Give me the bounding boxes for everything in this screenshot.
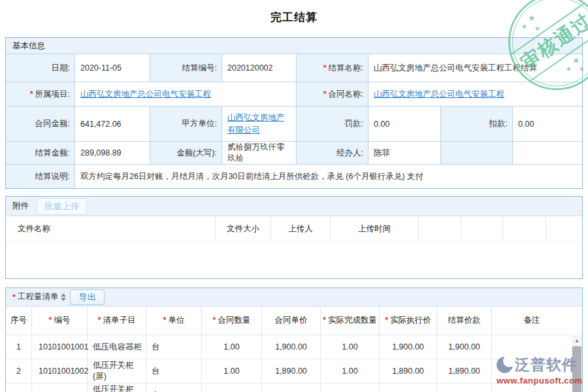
col-actual-qty: *实际完成数量 bbox=[321, 306, 380, 335]
scroll-up-icon[interactable]: ▲ bbox=[572, 335, 582, 346]
sort-icon[interactable] bbox=[61, 293, 66, 301]
penalty-value: 0.00 bbox=[368, 106, 440, 141]
settlement-name-value: 山西弘文房地产总公司电气安装工程工程结算 bbox=[368, 54, 582, 82]
cell-contract-qty: 1.00 bbox=[202, 359, 262, 384]
project-label-cell: *所属项目: bbox=[6, 82, 74, 106]
col-actual-price: *实际执行价 bbox=[380, 306, 437, 335]
required-marker: * bbox=[213, 316, 216, 325]
note-label-cell: 结算说明: bbox=[6, 164, 74, 188]
contract-amount-label-cell: 合同金额: bbox=[6, 106, 74, 141]
cell-contract-qty: 1.00 bbox=[202, 384, 262, 392]
col-file-size: 文件大小 bbox=[216, 216, 271, 242]
cell-code: 10101001003 bbox=[32, 384, 88, 392]
boq-data-row: 1 10101001001 低压电容器柜 台 1.00 1,900.00 1.0… bbox=[6, 335, 572, 359]
boq-data-row: 2 10101001002 低压开关柜(屏) 台 1.00 1,890.00 1… bbox=[6, 359, 572, 384]
deduction-value: 0.00 bbox=[512, 106, 582, 141]
cell-seq: 1 bbox=[6, 335, 32, 359]
cell-actual-price: 1,890.00 bbox=[380, 359, 437, 384]
cell-unit: 台 bbox=[146, 359, 202, 384]
contract-label-cell: *合同名称: bbox=[296, 82, 368, 106]
cell-contract-qty: 1.00 bbox=[202, 335, 262, 359]
attachments-panel: 附件 批量上传 文件名称 文件大小 上传人 上传时间 bbox=[5, 196, 583, 279]
vendor-brand: 泛普软件 bbox=[515, 355, 578, 375]
col-contract-qty: *合同数量 bbox=[202, 306, 262, 335]
contract-value-cell: 山西弘文房地产总公司电气安装工程 bbox=[368, 82, 582, 106]
operator-value: 陈菲 bbox=[368, 141, 440, 164]
cell-item: 低压开关柜(屏) bbox=[88, 384, 146, 392]
settlement-no-value: 2020120002 bbox=[221, 54, 296, 82]
cell-item: 低压开关柜(屏) bbox=[88, 359, 146, 384]
project-value-cell: 山西弘文房地产总公司电气安装工程 bbox=[74, 82, 296, 106]
vendor-url: www.fanpusoft.com bbox=[497, 376, 583, 385]
amount-in-words-label-cell: 金额(大写): bbox=[150, 141, 221, 164]
cell-contract-price: 1,899.00 bbox=[262, 384, 321, 392]
cell-unit: 台 bbox=[146, 384, 202, 392]
cell-settle-amount: 1,899.00 bbox=[437, 384, 492, 392]
date-value: 2020-11-05 bbox=[74, 54, 150, 82]
attachments-header-row: 文件名称 文件大小 上传人 上传时间 bbox=[6, 216, 582, 242]
vendor-watermark: 泛普软件 www.fanpusoft.com bbox=[497, 355, 583, 385]
cell-settle-amount: 1,900.00 bbox=[437, 335, 492, 359]
basic-info-form: 日期: 2020-11-05 结算编号: 2020120002 *结算名称: 山… bbox=[6, 54, 582, 188]
required-marker: * bbox=[30, 90, 33, 99]
cell-unit: 台 bbox=[146, 335, 202, 359]
col-empty bbox=[546, 216, 582, 242]
basic-info-panel: 基本信息 日期: 2020-11-05 结算编号: 2020120002 *结算… bbox=[5, 37, 583, 189]
settlement-name-label-cell: *结算名称: bbox=[296, 54, 368, 82]
required-marker: * bbox=[12, 293, 16, 302]
col-item: *清单子目 bbox=[88, 306, 146, 335]
cell-code: 10101001002 bbox=[32, 359, 88, 384]
required-marker: * bbox=[49, 316, 52, 325]
party-a-value-cell: 山西弘文房地产有限公司 bbox=[221, 106, 296, 141]
cell-seq: 2 bbox=[6, 359, 32, 384]
col-unit: *单位 bbox=[146, 306, 202, 335]
settlement-amount-label-cell: 结算金额: bbox=[6, 141, 74, 164]
export-button[interactable]: 导出 bbox=[70, 289, 105, 305]
col-settle-amount: 结算价款 bbox=[437, 306, 492, 335]
cell-actual-qty: 1.00 bbox=[321, 384, 380, 392]
page-title: 完工结算 bbox=[0, 10, 588, 25]
operator-label-cell: 经办人: bbox=[296, 141, 368, 164]
attachments-empty-area bbox=[6, 242, 582, 278]
settlement-amount-value: 289,098.89 bbox=[74, 141, 150, 164]
required-marker: * bbox=[385, 316, 388, 325]
required-marker: * bbox=[323, 316, 326, 325]
required-marker: * bbox=[323, 90, 327, 99]
cell-actual-price: 1,899.00 bbox=[380, 384, 437, 392]
required-marker: * bbox=[98, 316, 101, 325]
boq-table: 序号 *编号 *清单子目 *单位 *合同数量 合同单价 *实际完成数量 *实际执… bbox=[6, 306, 572, 392]
cell-code: 10101001001 bbox=[32, 335, 88, 359]
cell-settle-amount: 1,890.00 bbox=[437, 359, 492, 384]
deduction-label-cell: 扣款: bbox=[440, 106, 512, 141]
empty-label-cell bbox=[440, 141, 512, 164]
cell-seq: 3 bbox=[6, 384, 32, 392]
batch-upload-button[interactable]: 批量上传 bbox=[37, 198, 87, 215]
vendor-logo-icon bbox=[497, 357, 513, 373]
date-label-cell: 日期: bbox=[6, 54, 74, 82]
sort-down-icon bbox=[61, 298, 66, 301]
project-link[interactable]: 山西弘文房地产总公司电气安装工程 bbox=[80, 89, 211, 100]
col-empty bbox=[503, 216, 546, 242]
cell-contract-price: 1,900.00 bbox=[262, 335, 321, 359]
col-upload-time: 上传时间 bbox=[331, 216, 419, 242]
penalty-label-cell: 罚款: bbox=[296, 106, 368, 141]
required-marker: * bbox=[323, 63, 327, 73]
cell-item: 低压电容器柜 bbox=[88, 335, 146, 359]
amount-in-words-value: 贰拾捌万玖仟零玖拾 bbox=[221, 141, 296, 164]
basic-info-section-title: 基本信息 bbox=[6, 38, 582, 54]
col-uploader: 上传人 bbox=[271, 216, 331, 242]
boq-bar: * 工程量清单 导出 bbox=[6, 288, 582, 306]
cell-actual-qty: 1.00 bbox=[321, 359, 380, 384]
boq-section-label: 工程量清单 bbox=[18, 291, 59, 302]
sort-up-icon bbox=[61, 293, 66, 297]
col-file-name: 文件名称 bbox=[6, 216, 216, 242]
contract-link[interactable]: 山西弘文房地产总公司电气安装工程 bbox=[374, 89, 504, 100]
col-remark: 备注 bbox=[492, 306, 572, 335]
col-empty bbox=[419, 216, 461, 242]
attachments-bar: 附件 批量上传 bbox=[6, 197, 582, 216]
col-contract-price: 合同单价 bbox=[262, 306, 321, 335]
attachments-section-title: 附件 bbox=[12, 201, 29, 212]
party-a-link[interactable]: 山西弘文房地产有限公司 bbox=[227, 112, 292, 135]
col-seq: 序号 bbox=[6, 306, 32, 335]
cell-actual-price: 1,900.00 bbox=[380, 335, 437, 359]
